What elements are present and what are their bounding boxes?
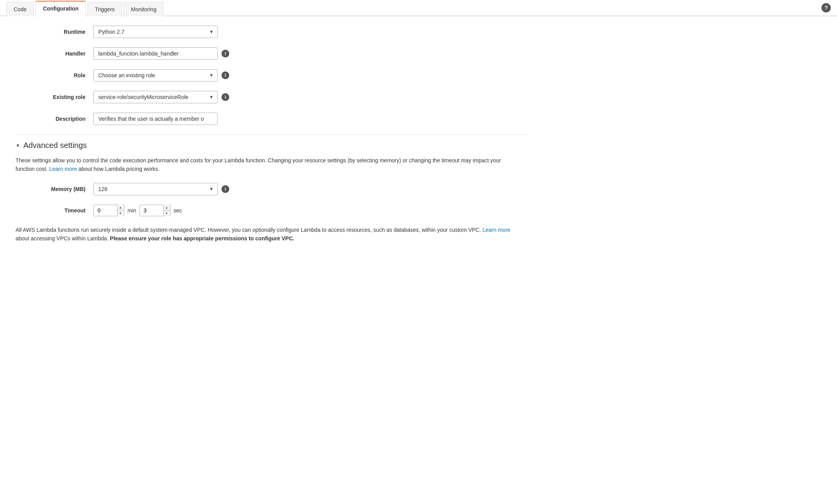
handler-row: Handler i	[16, 47, 528, 60]
timeout-sec-unit: sec	[174, 207, 182, 214]
learn-more-vpc-link[interactable]: Learn more	[483, 227, 511, 233]
vpc-description: All AWS Lambda functions run securely in…	[16, 226, 521, 243]
runtime-select-wrapper: Python 2.7 Python 3.6 Node.js 6.10 Java …	[93, 26, 218, 38]
memory-control: 128 192 256 512 1024 1536 ▼ i	[93, 183, 229, 195]
handler-label: Handler	[16, 50, 93, 57]
description-label: Description	[16, 116, 93, 122]
description-row: Description	[16, 113, 528, 125]
role-control: Choose an existing role Create new role …	[93, 69, 229, 82]
timeout-sec-down[interactable]: ▼	[163, 210, 170, 216]
memory-select-wrapper: 128 192 256 512 1024 1536 ▼	[93, 183, 218, 195]
configuration-form: Runtime Python 2.7 Python 3.6 Node.js 6.…	[16, 26, 528, 125]
existing-role-control: service-role/securityMicroserviceRole ▼ …	[93, 91, 229, 103]
existing-role-select-wrapper: service-role/securityMicroserviceRole ▼	[93, 91, 218, 103]
description-input[interactable]	[93, 113, 218, 125]
runtime-label: Runtime	[16, 29, 93, 35]
handler-input[interactable]	[93, 47, 218, 60]
advanced-description: These settings allow you to control the …	[16, 156, 521, 174]
runtime-row: Runtime Python 2.7 Python 3.6 Node.js 6.…	[16, 26, 528, 38]
timeout-min-spinner: ▲ ▼	[117, 205, 124, 216]
role-label: Role	[16, 72, 93, 78]
main-content: Runtime Python 2.7 Python 3.6 Node.js 6.…	[0, 16, 544, 252]
timeout-label: Timeout	[16, 207, 93, 214]
section-divider	[16, 134, 528, 135]
tab-configuration[interactable]: Configuration	[35, 1, 86, 16]
tab-monitoring[interactable]: Monitoring	[124, 2, 164, 16]
memory-label: Memory (MB)	[16, 186, 93, 192]
memory-info-icon[interactable]: i	[221, 185, 229, 193]
learn-more-pricing-link[interactable]: Learn more	[49, 166, 77, 172]
existing-role-info-icon[interactable]: i	[221, 93, 229, 101]
handler-control: i	[93, 47, 229, 60]
advanced-desc-text2: about how Lambda pricing works.	[78, 166, 160, 172]
tab-bar: Code Configuration Triggers Monitoring ?	[0, 0, 837, 16]
timeout-sec-up[interactable]: ▲	[163, 205, 170, 211]
role-info-icon[interactable]: i	[221, 71, 229, 79]
existing-role-select[interactable]: service-role/securityMicroserviceRole	[93, 91, 218, 103]
timeout-min-down[interactable]: ▼	[117, 210, 124, 216]
existing-role-row: Existing role service-role/securityMicro…	[16, 91, 528, 103]
timeout-sec-spinner: ▲ ▼	[163, 205, 170, 216]
timeout-row: Timeout ▲ ▼ min ▲ ▼ se	[16, 205, 528, 216]
role-select[interactable]: Choose an existing role Create new role …	[93, 69, 218, 82]
role-row: Role Choose an existing role Create new …	[16, 69, 528, 82]
vpc-text2: about accessing VPCs within Lambda.	[16, 235, 108, 242]
role-select-wrapper: Choose an existing role Create new role …	[93, 69, 218, 82]
timeout-min-wrapper: ▲ ▼	[93, 205, 124, 216]
description-control	[93, 113, 218, 125]
tab-triggers[interactable]: Triggers	[87, 2, 122, 16]
runtime-control: Python 2.7 Python 3.6 Node.js 6.10 Java …	[93, 26, 218, 38]
memory-select[interactable]: 128 192 256 512 1024 1536	[93, 183, 218, 195]
timeout-min-unit: min	[127, 207, 136, 214]
existing-role-label: Existing role	[16, 94, 93, 100]
vpc-text-bold: Please ensure your role has appropriate …	[110, 235, 295, 242]
vpc-text1: All AWS Lambda functions run securely in…	[16, 227, 481, 233]
advanced-settings-title: Advanced settings	[23, 141, 87, 150]
timeout-inputs: ▲ ▼ min ▲ ▼ sec	[93, 205, 182, 216]
runtime-select[interactable]: Python 2.7 Python 3.6 Node.js 6.10 Java …	[93, 26, 218, 38]
global-help-icon[interactable]: ?	[821, 3, 831, 12]
handler-info-icon[interactable]: i	[221, 50, 229, 57]
timeout-min-up[interactable]: ▲	[117, 205, 124, 211]
advanced-settings-header: ▼ Advanced settings	[16, 141, 528, 150]
advanced-chevron-icon[interactable]: ▼	[16, 143, 20, 148]
memory-row: Memory (MB) 128 192 256 512 1024 1536 ▼ …	[16, 183, 528, 195]
timeout-sec-wrapper: ▲ ▼	[140, 205, 171, 216]
timeout-control: ▲ ▼ min ▲ ▼ sec	[93, 205, 182, 216]
tab-code[interactable]: Code	[6, 2, 34, 16]
